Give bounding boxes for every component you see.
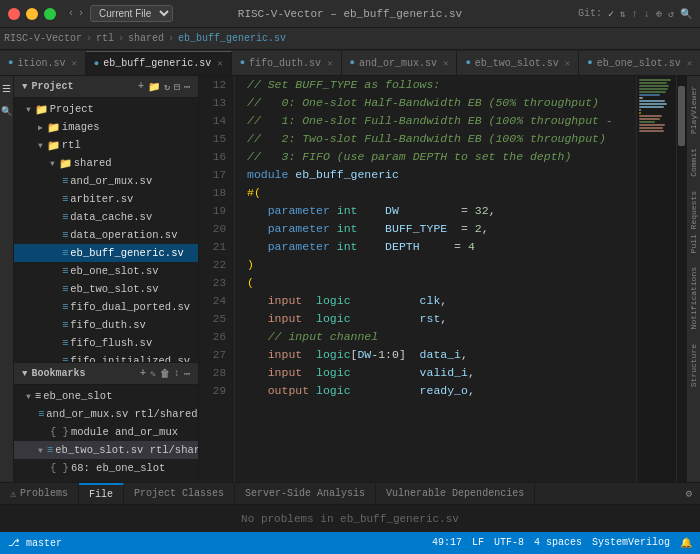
bookmarks-header: ▼ Bookmarks + ✎ 🗑 ↕ ⋯ (14, 363, 198, 385)
tab-eb-one-slot[interactable]: ● eb_one_slot.sv ✕ (579, 51, 700, 75)
close-button[interactable] (8, 8, 20, 20)
bottom-settings-icon[interactable]: ⚙ (685, 487, 692, 500)
tree-item-fifo-duth[interactable]: ≡ fifo_duth.sv (14, 316, 198, 334)
line-num-28: 28 (199, 364, 226, 382)
bookmark-settings-icon[interactable]: ⋯ (184, 368, 190, 380)
minimap-line-11 (639, 109, 641, 111)
right-tab-commit[interactable]: Commit (689, 142, 698, 183)
git-branch-icon: ⎇ (8, 538, 20, 549)
tree-item-eb-two-slot[interactable]: ≡ eb_two_slot.sv (14, 280, 198, 298)
tree-item-fifo-flush[interactable]: ≡ fifo_flush.sv (14, 334, 198, 352)
right-tab-pull-requests[interactable]: Pull Requests (689, 185, 698, 259)
minimap-line-6 (639, 94, 660, 96)
bottom-tab-file[interactable]: File (79, 483, 124, 504)
tab-close-5-icon[interactable]: ✕ (687, 58, 692, 69)
forward-btn[interactable]: › (78, 8, 84, 19)
minimap-line-1 (639, 79, 671, 81)
tab-close-4-icon[interactable]: ✕ (565, 58, 570, 69)
status-language[interactable]: SystemVerilog (592, 537, 670, 549)
minimap-line-12 (639, 112, 641, 114)
code-content[interactable]: // Set BUFF_TYPE as follows: // 0: One-s… (235, 76, 636, 482)
bookmark-item-eb-one-slot[interactable]: ▼ ≡ eb_one_slot (14, 387, 198, 405)
sidebar-collapse-icon[interactable]: ⊟ (174, 81, 180, 93)
right-tab-notifications[interactable]: Notifications (689, 261, 698, 335)
activity-search-icon[interactable]: 🔍 (2, 106, 12, 116)
bookmark-delete-icon[interactable]: 🗑 (160, 368, 170, 380)
status-git-branch[interactable]: ⎇ master (8, 537, 62, 549)
left-panels: ▼ Project + 📁 ↻ ⊟ ⋯ ▼ 📁 Project (14, 76, 199, 482)
search-icon[interactable]: 🔍 (680, 8, 692, 20)
tab-close-3-icon[interactable]: ✕ (443, 58, 448, 69)
tree-item-data-operation[interactable]: ≡ data_operation.sv (14, 226, 198, 244)
minimap-line-8 (639, 100, 665, 102)
tab-eb-two-slot[interactable]: ● eb_two_slot.sv ✕ (457, 51, 579, 75)
tree-item-eb-one-slot[interactable]: ≡ eb_one_slot.sv (14, 262, 198, 280)
tree-item-and-or-mux[interactable]: ≡ and_or_mux.sv (14, 172, 198, 190)
status-encoding[interactable]: UTF-8 (494, 537, 524, 549)
git-check[interactable]: ✓ (608, 8, 614, 20)
tab-eb-buff-generic[interactable]: ● eb_buff_generic.sv ✕ (86, 51, 232, 75)
bottom-tab-project-classes[interactable]: Project Classes (124, 483, 235, 504)
sidebar-more-icon[interactable]: ⋯ (184, 81, 190, 93)
sidebar-new-folder-icon[interactable]: 📁 (148, 81, 160, 93)
bookmark-68-eb-one-slot[interactable]: { } 68: eb_one_slot (14, 459, 198, 477)
right-tab-structure[interactable]: Structure (689, 338, 698, 393)
back-btn[interactable]: ‹ (68, 8, 74, 19)
status-line-ending[interactable]: LF (472, 537, 484, 549)
bottom-tab-server-analysis[interactable]: Server-Side Analysis (235, 483, 376, 504)
minimap (636, 76, 676, 482)
second-toolbar: RISC-V-Vector › rtl › shared › eb_buff_g… (0, 28, 700, 50)
breadcrumb-file[interactable]: eb_buff_generic.sv (178, 33, 286, 44)
tab-close-2-icon[interactable]: ✕ (327, 58, 332, 69)
bottom-tab-problems[interactable]: ⚠ Problems (0, 483, 79, 504)
tab-fifo-duth[interactable]: ● fifo_duth.sv ✕ (232, 51, 342, 75)
bookmark-68-label: 68: eb_one_slot (71, 462, 166, 474)
project-expand-arrow: ▼ (26, 105, 31, 114)
bookmark-edit-icon[interactable]: ✎ (150, 368, 156, 380)
vertical-scrollbar[interactable] (676, 76, 686, 482)
tree-item-fifo-initialized[interactable]: ≡ fifo_initialized.sv (14, 352, 198, 362)
minimap-line-15 (639, 121, 655, 123)
tab-close-icon[interactable]: ✕ (71, 58, 76, 69)
sidebar-refresh-icon[interactable]: ↻ (164, 81, 170, 93)
tab-close-active-icon[interactable]: ✕ (217, 58, 222, 69)
tree-item-data-cache[interactable]: ≡ data_cache.sv (14, 208, 198, 226)
tree-item-arbiter[interactable]: ≡ arbiter.sv (14, 190, 198, 208)
breadcrumb-shared[interactable]: shared (128, 33, 164, 44)
file-eb-buff-generic-label: eb_buff_generic.sv (70, 247, 183, 259)
code-line-18: #( (247, 184, 636, 202)
activity-project-icon[interactable]: ☰ (2, 84, 12, 94)
right-tab-playviewer[interactable]: PlayViewer (689, 80, 698, 140)
code-view: 12 13 14 15 16 17 18 19 20 21 22 23 24 2… (199, 76, 686, 482)
maximize-button[interactable] (44, 8, 56, 20)
breadcrumb-project[interactable]: RISC-V-Vector (4, 33, 82, 44)
bookmark-add-icon[interactable]: + (140, 368, 146, 380)
minimap-line-17 (639, 127, 663, 129)
tab-bar: ● ition.sv ✕ ● eb_buff_generic.sv ✕ ● fi… (0, 50, 700, 76)
file-fifo-init-label: fifo_initialized.sv (70, 355, 190, 362)
problems-content-area: No problems in eb_buff_generic.sv (0, 504, 700, 532)
tab-ition[interactable]: ● ition.sv ✕ (0, 51, 86, 75)
minimize-button[interactable] (26, 8, 38, 20)
status-spaces[interactable]: 4 spaces (534, 537, 582, 549)
tree-item-images[interactable]: ▶ 📁 images (14, 118, 198, 136)
tree-item-fifo-dual[interactable]: ≡ fifo_dual_ported.sv (14, 298, 198, 316)
bottom-tab-vulnerable[interactable]: Vulnerable Dependencies (376, 483, 535, 504)
tree-item-shared[interactable]: ▼ 📁 shared (14, 154, 198, 172)
scrollbar-thumb[interactable] (678, 86, 685, 146)
bookmarks-tree: ▼ ≡ eb_one_slot ≡ and_or_mux.sv rtl/shar… (14, 385, 198, 482)
current-file-selector[interactable]: Current File (90, 5, 173, 22)
bookmark-eb-two-slot-file[interactable]: ▼ ≡ eb_two_slot.sv rtl/shared (14, 441, 198, 459)
breadcrumb-rtl[interactable]: rtl (96, 33, 114, 44)
bookmark-module-and-or-mux[interactable]: { } module and_or_mux (14, 423, 198, 441)
status-notifications-icon[interactable]: 🔔 (680, 537, 692, 549)
bookmark-and-or-mux-file[interactable]: ≡ and_or_mux.sv rtl/shared (14, 405, 198, 423)
tree-item-project[interactable]: ▼ 📁 Project (14, 100, 198, 118)
bookmark-nav-icon[interactable]: ↕ (174, 368, 180, 380)
tab-and-or-mux[interactable]: ● and_or_mux.sv ✕ (342, 51, 458, 75)
tree-item-rtl[interactable]: ▼ 📁 rtl (14, 136, 198, 154)
status-line-col[interactable]: 49:17 (432, 537, 462, 549)
tree-item-eb-buff-generic[interactable]: ≡ eb_buff_generic.sv (14, 244, 198, 262)
file-data-operation-label: data_operation.sv (70, 229, 177, 241)
sidebar-new-file-icon[interactable]: + (138, 81, 144, 93)
